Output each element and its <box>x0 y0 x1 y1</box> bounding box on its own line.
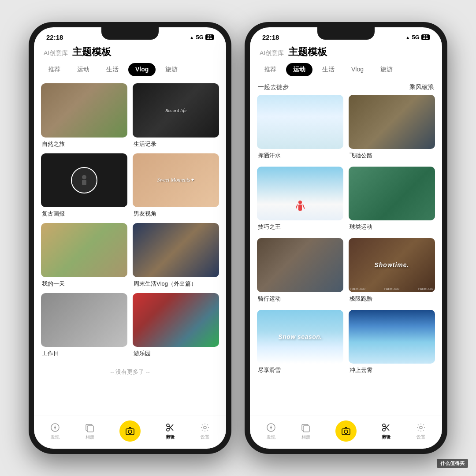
nav-edit-2[interactable]: 剪辑 <box>381 422 391 440</box>
notch-1 <box>101 27 159 40</box>
compass-icon-2 <box>266 422 276 433</box>
section-title-hiking: 一起去徒步 <box>258 83 289 91</box>
svg-point-9 <box>167 428 169 431</box>
svg-point-20 <box>270 427 272 428</box>
svg-point-8 <box>128 430 132 434</box>
thumb-ski <box>257 167 343 221</box>
list-item[interactable]: 复古画报 <box>41 153 127 218</box>
list-item[interactable]: 技巧之王 <box>257 167 343 231</box>
thumb-retro <box>41 153 127 208</box>
snowseason-overlay: Snow season. <box>257 310 343 364</box>
tab-vlog-1[interactable]: Vlog <box>128 63 156 76</box>
label-life: 生活记录 <box>133 140 219 148</box>
tab-filter-1: 推荐 运动 生活 Vlog 旅游 <box>34 63 226 82</box>
album-icon <box>85 422 95 433</box>
list-item[interactable]: 冲上云霄 <box>349 310 435 375</box>
list-item[interactable]: Sweet Moments✦ 男友视角 <box>133 153 219 218</box>
nav-settings-2[interactable]: 设置 <box>416 422 426 440</box>
nav-album-1[interactable]: 相册 <box>85 422 95 440</box>
list-item[interactable]: 游乐园 <box>133 293 219 358</box>
thumb-wheat <box>41 223 127 277</box>
tab-filter-2: 推荐 运动 生活 Vlog 旅游 <box>250 63 442 82</box>
page-title-1: 主题模板 <box>72 45 111 59</box>
grid-2-row4: Snow season. 尽享滑雪 冲上云霄 <box>257 310 435 380</box>
thumb-parkour: Showtime. PARKOUR PARKOUR PARKOUR <box>349 238 435 292</box>
nav-discover-2[interactable]: 发现 <box>266 422 276 440</box>
list-item[interactable]: 飞驰公路 <box>349 95 435 160</box>
tab-recommend-2[interactable]: 推荐 <box>257 63 283 76</box>
list-item[interactable]: 骑行运动 <box>257 238 343 303</box>
time-1: 22:18 <box>46 33 63 41</box>
tab-sport-1[interactable]: 运动 <box>70 63 97 76</box>
label-road: 飞驰公路 <box>349 152 435 160</box>
bottom-nav-1: 发现 相册 <box>34 416 226 449</box>
tab-travel-2[interactable]: 旅游 <box>373 63 400 76</box>
text-overlay-sweet: Sweet Moments✦ <box>133 153 219 208</box>
nav-camera-1[interactable] <box>119 420 141 442</box>
label-paraglide: 冲上云霄 <box>349 366 435 374</box>
signal-icon-2: ▲ <box>405 35 410 40</box>
nav-album-label-2: 相册 <box>301 434 310 440</box>
no-more-text: -- 没有更多了 -- <box>41 363 219 383</box>
thumb-snowseason: Snow season. <box>257 310 343 364</box>
nav-discover-label-1: 发现 <box>51 434 60 440</box>
list-item[interactable]: Snow season. 尽享滑雪 <box>257 310 343 375</box>
nav-album-2[interactable]: 相册 <box>301 422 311 440</box>
svg-line-17 <box>303 205 305 209</box>
list-item[interactable]: Record life 生活记录 <box>133 83 219 148</box>
tab-travel-1[interactable]: 旅游 <box>158 63 185 76</box>
label-parkour: 极限跑酷 <box>349 295 435 303</box>
signal-icon-1: ▲ <box>190 35 194 40</box>
camera-icon <box>119 420 141 442</box>
label-sweat: 挥洒汗水 <box>257 152 343 160</box>
tab-life-1[interactable]: 生活 <box>99 63 126 76</box>
tab-life-2[interactable]: 生活 <box>315 63 342 76</box>
tab-recommend-1[interactable]: 推荐 <box>41 63 67 76</box>
nav-discover-1[interactable]: 发现 <box>50 422 60 440</box>
thumb-office <box>41 293 127 347</box>
grid-1: 自然之旅 Record life 生活记录 <box>41 83 219 363</box>
grid-2-row2: 技巧之王 球类运动 <box>257 167 435 237</box>
bottom-nav-2: 发现 相册 <box>250 416 442 449</box>
svg-point-10 <box>167 424 169 427</box>
list-item[interactable]: 自然之旅 <box>41 83 127 148</box>
content-2: 一起去徒步 乘风破浪 挥洒汗水 飞驰公路 <box>250 82 442 416</box>
nav-camera-2[interactable] <box>335 420 357 442</box>
list-item[interactable]: 球类运动 <box>349 167 435 231</box>
list-item[interactable]: 我的一天 <box>41 223 127 288</box>
nav-edit-1[interactable]: 剪辑 <box>165 422 175 440</box>
retro-circle <box>71 167 97 193</box>
label-workday: 工作日 <box>41 350 127 357</box>
svg-rect-1 <box>82 180 86 185</box>
list-item[interactable]: 挥洒汗水 <box>257 95 343 160</box>
svg-line-16 <box>296 205 298 209</box>
scroll-spacer <box>257 379 435 387</box>
thumb-ball <box>349 167 435 221</box>
nav-settings-1[interactable]: 设置 <box>200 422 210 440</box>
phone-2: 22:18 ▲ 5G 21 AI创意库 主题模板 推荐 运动 生活 Vlog 旅… <box>245 22 447 454</box>
tab-vlog-2[interactable]: Vlog <box>344 63 371 76</box>
phone-1: 22:18 ▲ 5G 21 AI创意库 主题模板 推荐 运动 生活 Vlog 旅… <box>29 22 231 454</box>
thumb-metro <box>133 223 219 277</box>
label-boyfriend: 男友视角 <box>133 210 219 218</box>
list-item[interactable]: 工作日 <box>41 293 127 358</box>
page-header-1: AI创意库 主题模板 <box>34 44 226 63</box>
grid-2-row3: 骑行运动 Showtime. PARKOUR PARKOUR PARKOUR <box>257 238 435 308</box>
nav-settings-label-2: 设置 <box>416 434 425 440</box>
tab-sport-2[interactable]: 运动 <box>286 63 312 76</box>
label-weekend: 周末生活Vlog（外出篇） <box>133 280 219 288</box>
snow-season-text: Snow season. <box>278 333 322 340</box>
thumb-sweat <box>257 95 343 149</box>
status-right-1: ▲ 5G 21 <box>190 34 214 41</box>
page-title-2: 主题模板 <box>288 45 327 59</box>
retro-person-icon <box>78 174 91 187</box>
section-title-surf: 乘风破浪 <box>409 83 434 91</box>
page-header-2: AI创意库 主题模板 <box>250 44 442 63</box>
breadcrumb-1: AI创意库 <box>44 49 68 57</box>
label-cycling: 骑行运动 <box>257 295 343 303</box>
label-ski: 技巧之王 <box>257 223 343 231</box>
list-item[interactable]: 周末生活Vlog（外出篇） <box>133 223 219 288</box>
thumb-road <box>349 95 435 149</box>
nav-edit-label-1: 剪辑 <box>166 434 175 440</box>
list-item[interactable]: Showtime. PARKOUR PARKOUR PARKOUR 极限跑酷 <box>349 238 435 303</box>
